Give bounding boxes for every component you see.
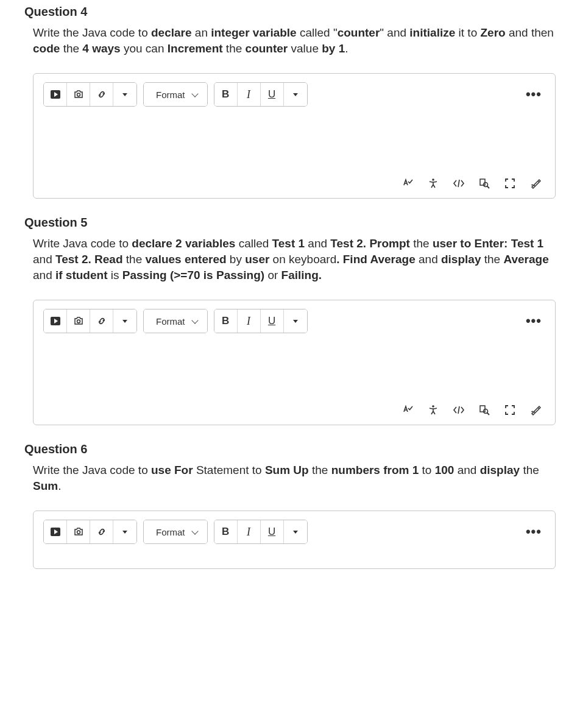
question-4: Question 4 Write the Java code to declar… [24,5,556,199]
insert-more-dropdown[interactable] [113,520,136,543]
camera-button[interactable] [67,520,90,543]
insert-group [43,82,137,107]
accessibility-icon[interactable] [427,404,439,416]
question-prompt: Write the Java code to use For Statement… [33,462,556,493]
format-dropdown[interactable]: Format [144,83,207,106]
find-replace-icon[interactable] [478,177,490,189]
camera-button[interactable] [67,309,90,333]
more-options-button[interactable]: ••• [526,87,545,102]
bold-button[interactable]: B [214,83,238,106]
svg-point-7 [432,405,434,408]
answer-editor[interactable]: Format B I U ••• [33,300,556,425]
svg-point-1 [77,93,80,96]
spellcheck-icon[interactable] [401,404,414,416]
play-button[interactable] [44,309,67,333]
question-title: Question 5 [24,216,556,230]
chevron-down-icon [191,90,198,97]
text-style-group: B I U [214,309,308,333]
underline-button[interactable]: U [261,520,284,543]
svg-rect-3 [480,179,485,185]
bold-button[interactable]: B [214,309,238,333]
italic-button[interactable]: I [238,83,261,106]
format-group: Format [143,309,208,333]
editor-toolbar: Format B I U ••• [43,520,545,544]
fullscreen-icon[interactable] [504,177,516,189]
link-button[interactable] [90,520,113,543]
underline-button[interactable]: U [261,83,284,106]
play-button[interactable] [44,83,67,106]
answer-editor[interactable]: Format B I U ••• [33,511,556,569]
italic-button[interactable]: I [238,309,261,333]
insert-group [43,520,137,544]
format-dropdown[interactable]: Format [144,309,207,333]
svg-point-4 [484,183,488,187]
svg-point-6 [77,320,80,323]
editor-toolbar: Format B I U ••• [43,82,545,107]
format-label: Format [156,316,185,327]
question-prompt: Write the Java code to declare an intege… [33,25,556,56]
format-label: Format [156,527,185,537]
editor-toolbar: Format B I U ••• [43,309,545,333]
svg-point-9 [484,409,488,414]
text-style-group: B I U [214,520,308,544]
insert-more-dropdown[interactable] [113,309,136,333]
editor-content-area[interactable] [43,333,545,400]
link-button[interactable] [90,309,113,333]
chevron-down-icon [191,528,198,534]
accessibility-icon[interactable] [427,177,439,189]
format-group: Format [143,520,208,544]
svg-point-2 [432,178,434,181]
link-button[interactable] [90,83,113,106]
svg-point-11 [77,531,80,534]
camera-button[interactable] [67,83,90,106]
text-style-more-dropdown[interactable] [284,83,307,106]
question-title: Question 4 [24,5,556,19]
text-style-group: B I U [214,82,308,107]
insert-group [43,309,137,333]
code-icon[interactable] [453,404,465,416]
editor-bottom-toolbar [43,174,545,192]
draw-icon[interactable] [529,177,542,189]
insert-more-dropdown[interactable] [113,83,136,106]
question-6: Question 6 Write the Java code to use Fo… [24,442,556,569]
chevron-down-icon [191,317,198,323]
bold-button[interactable]: B [214,520,238,543]
text-style-more-dropdown[interactable] [284,520,307,543]
format-group: Format [143,82,208,107]
text-style-more-dropdown[interactable] [284,309,307,333]
format-label: Format [156,90,185,100]
play-button[interactable] [44,520,67,543]
find-replace-icon[interactable] [478,404,490,416]
question-title: Question 6 [24,442,556,456]
editor-bottom-toolbar [43,400,545,419]
format-dropdown[interactable]: Format [144,520,207,543]
answer-editor[interactable]: Format B I U ••• [33,73,556,199]
code-icon[interactable] [453,177,465,189]
spellcheck-icon[interactable] [401,177,414,189]
draw-icon[interactable] [529,404,542,416]
editor-content-area[interactable] [43,544,545,562]
italic-button[interactable]: I [238,520,261,543]
fullscreen-icon[interactable] [504,404,516,416]
editor-content-area[interactable] [43,107,545,174]
question-5: Question 5 Write Java code to declare 2 … [24,216,556,425]
underline-button[interactable]: U [261,309,284,333]
question-prompt: Write Java code to declare 2 variables c… [33,236,556,283]
more-options-button[interactable]: ••• [526,313,545,329]
more-options-button[interactable]: ••• [526,524,545,540]
svg-rect-8 [480,406,485,412]
